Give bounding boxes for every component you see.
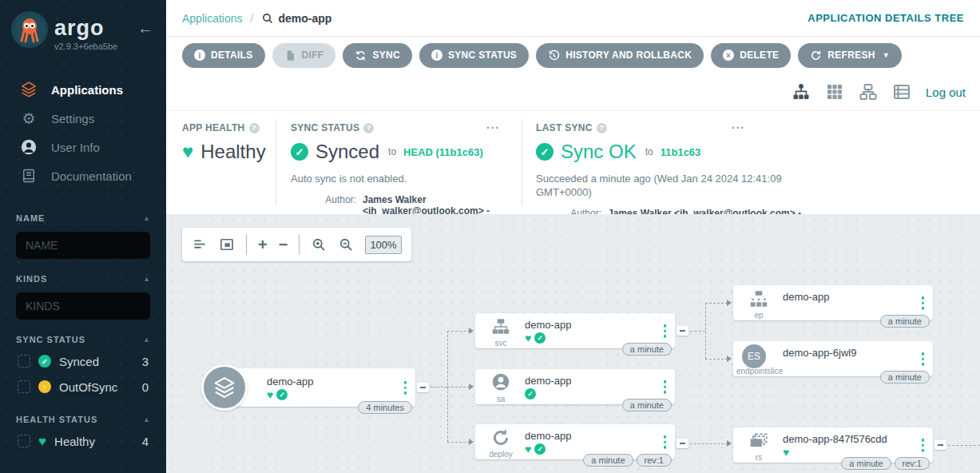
name-filter-input[interactable] xyxy=(16,232,150,259)
zoom-level-value[interactable]: 100% xyxy=(365,236,401,254)
revision-badge: rev:1 xyxy=(895,457,930,470)
node-name: demo-app xyxy=(525,430,572,442)
filter-name-title: NAME xyxy=(16,213,45,223)
node-endpointslice-demo-app-6jwl9[interactable]: ES endpointslice demo-app-6jwl9 a minute xyxy=(733,341,933,376)
history-icon xyxy=(548,50,560,62)
synced-check-icon: ✓ xyxy=(525,388,536,399)
node-replicaset-demo-app-847f576cdd[interactable]: rs demo-app-847f576cdd ♥ a minute rev:1 xyxy=(733,427,933,463)
align-icon[interactable] xyxy=(192,236,208,252)
logout-link[interactable]: Log out xyxy=(926,85,966,99)
node-service-demo-app[interactable]: svc demo-app ♥ ✓ a minute xyxy=(475,313,675,348)
sidebar-item-settings[interactable]: ⚙ Settings xyxy=(0,104,166,133)
toolbar-separator xyxy=(246,234,247,255)
node-deployment-demo-app[interactable]: deploy demo-app ♥ ✓ a minute rev:1 xyxy=(475,424,675,459)
info-icon: i xyxy=(194,50,205,61)
synced-checkbox[interactable] xyxy=(18,355,30,368)
collapse-caret-icon[interactable]: ▲ xyxy=(143,336,150,344)
replicaset-icon xyxy=(748,431,769,451)
healthy-heart-icon: ♥ xyxy=(182,142,193,161)
node-menu-icon[interactable] xyxy=(664,380,667,394)
panel-menu-icon[interactable]: ··· xyxy=(486,121,500,134)
node-serviceaccount-demo-app[interactable]: sa demo-app ✓ a minute xyxy=(475,369,675,404)
synced-check-icon: ✓ xyxy=(291,143,308,161)
filter-option-outofsync[interactable]: ↑ OutOfSync 0 xyxy=(0,374,166,399)
sync-status-button[interactable]: i SYNC STATUS xyxy=(419,43,529,68)
node-menu-icon[interactable] xyxy=(664,435,667,449)
magnify-in-icon[interactable] xyxy=(311,236,327,252)
zoom-out-button[interactable]: − xyxy=(279,236,288,252)
fit-to-screen-icon[interactable] xyxy=(219,236,235,252)
pods-view-icon[interactable] xyxy=(825,82,844,101)
sidebar-collapse-icon[interactable]: ← xyxy=(137,19,153,38)
node-card[interactable]: ES endpointslice demo-app-6jwl9 a minute xyxy=(733,341,933,376)
list-view-icon[interactable] xyxy=(892,82,911,101)
edge-collapse-handle[interactable] xyxy=(676,439,688,448)
application-icon[interactable] xyxy=(201,364,248,411)
filter-option-synced[interactable]: ✓ Synced 3 xyxy=(0,348,166,374)
edge-arrow xyxy=(469,328,474,334)
node-card[interactable]: deploy demo-app ♥ ✓ a minute rev:1 xyxy=(475,424,675,459)
tree-view-icon[interactable] xyxy=(792,82,811,101)
node-card[interactable]: ep demo-app a minute xyxy=(733,285,933,320)
sync-ok-check-icon: ✓ xyxy=(536,143,553,161)
breadcrumb-current-app[interactable]: demo-app xyxy=(278,12,331,25)
last-sync-panel: LAST SYNC ? ··· ✓ Sync OK to 11b1c63 Suc… xyxy=(522,117,980,208)
help-icon[interactable]: ? xyxy=(363,123,374,133)
edge xyxy=(447,331,470,332)
refresh-button[interactable]: REFRESH ▼ xyxy=(798,43,902,68)
filter-option-healthy[interactable]: ♥ Healthy 4 xyxy=(0,428,166,454)
last-sync-label: LAST SYNC xyxy=(536,122,593,133)
edge-collapse-handle[interactable] xyxy=(417,383,429,392)
details-button[interactable]: i DETAILS xyxy=(182,43,265,68)
help-icon[interactable]: ? xyxy=(597,123,607,133)
synced-check-icon: ✓ xyxy=(534,443,546,455)
sync-button[interactable]: SYNC xyxy=(343,43,412,68)
delete-button[interactable]: × DELETE xyxy=(711,43,791,68)
node-card[interactable]: svc demo-app ♥ ✓ a minute xyxy=(475,313,675,348)
filter-kinds-title: KINDS xyxy=(16,274,47,284)
edge-collapse-handle[interactable] xyxy=(676,326,688,336)
node-menu-icon[interactable] xyxy=(922,352,925,366)
kinds-filter-input[interactable] xyxy=(16,292,150,320)
edge xyxy=(705,303,728,304)
help-icon[interactable]: ? xyxy=(249,123,260,133)
outofsync-checkbox[interactable] xyxy=(18,380,30,393)
endpointslice-icon: ES xyxy=(742,344,766,368)
zoom-in-button[interactable]: + xyxy=(258,236,268,252)
history-rollback-button[interactable]: HISTORY AND ROLLBACK xyxy=(536,43,704,68)
edge xyxy=(705,359,728,360)
sidebar-item-applications[interactable]: Applications xyxy=(0,75,166,104)
author-label: Author: xyxy=(308,194,356,217)
edge-arrow xyxy=(469,384,474,390)
diff-button[interactable]: DIFF xyxy=(272,43,336,68)
revision-link[interactable]: 11b1c63 xyxy=(661,146,701,158)
panel-menu-icon[interactable]: ··· xyxy=(732,121,745,134)
author-value: James Walker <jh_walker@outlook.com> - xyxy=(363,194,522,217)
age-badge: 4 minutes xyxy=(358,401,412,414)
collapse-caret-icon[interactable]: ▲ xyxy=(143,214,150,222)
collapse-caret-icon[interactable]: ▲ xyxy=(143,275,150,283)
healthy-checkbox[interactable] xyxy=(18,435,30,447)
status-summary-bar: APP HEALTH ? ♥ Healthy SYNC STATUS ? ···… xyxy=(166,110,980,214)
node-card[interactable]: rs demo-app-847f576cdd ♥ a minute rev:1 xyxy=(733,427,933,463)
magnify-out-icon[interactable] xyxy=(338,236,354,252)
collapse-caret-icon[interactable]: ▲ xyxy=(143,415,150,423)
file-icon xyxy=(284,50,296,62)
node-endpoints-demo-app[interactable]: ep demo-app a minute xyxy=(733,285,933,320)
edge-collapse-handle[interactable] xyxy=(934,440,946,450)
node-menu-icon[interactable] xyxy=(922,296,925,310)
argo-octopus-logo[interactable] xyxy=(11,11,48,48)
node-card[interactable]: sa demo-app ✓ a minute xyxy=(475,369,675,404)
edge xyxy=(447,387,470,388)
node-menu-icon[interactable] xyxy=(922,439,925,452)
node-menu-icon[interactable] xyxy=(404,381,407,395)
head-revision-link[interactable]: HEAD (11b1c63) xyxy=(403,146,483,158)
breadcrumb-applications-link[interactable]: Applications xyxy=(182,12,243,25)
node-menu-icon[interactable] xyxy=(664,324,667,338)
sidebar-item-user-info[interactable]: User Info xyxy=(0,133,166,161)
sidebar: argo v2.9.3+6eba5be ← Applications ⚙ Set… xyxy=(0,0,166,473)
network-view-icon[interactable] xyxy=(859,82,878,101)
node-application-demo-app[interactable]: demo-app ♥ ✓ 4 minutes xyxy=(201,364,415,411)
sidebar-item-documentation[interactable]: Documentation xyxy=(0,161,166,190)
resource-tree-canvas[interactable]: + − 100% xyxy=(166,214,980,473)
